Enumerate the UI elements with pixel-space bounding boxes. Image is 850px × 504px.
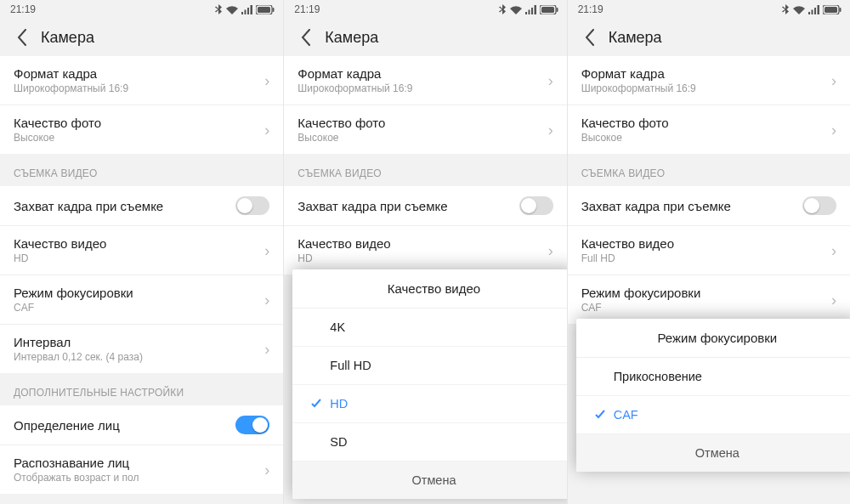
row-sublabel: Отображать возраст и пол (14, 472, 139, 484)
row-label: Интервал (14, 335, 143, 349)
sheet-video-quality: Качество видео 4K Full HD HD SD Отмена (292, 269, 566, 499)
chevron-right-icon: › (264, 122, 269, 138)
svg-rect-6 (258, 7, 270, 13)
row-frame-capture[interactable]: Захват кадра при съемке (0, 186, 283, 225)
chevron-right-icon: › (548, 243, 553, 258)
row-label: Качество фото (14, 116, 101, 130)
page-title: Камера (609, 29, 662, 47)
row-label: Качество видео (298, 236, 390, 251)
sheet-cancel[interactable]: Отмена (292, 462, 566, 499)
row-label: Качество видео (14, 236, 106, 251)
row-frame-format[interactable]: Формат кадра Широкоформатный 16:9 › (284, 56, 566, 105)
option-hd[interactable]: HD (292, 385, 566, 423)
row-frame-capture[interactable]: Захват кадра при съемке (284, 186, 566, 225)
svg-rect-11 (839, 8, 841, 12)
page-header: Камера (284, 19, 566, 56)
chevron-left-icon (301, 29, 311, 46)
row-video-quality[interactable]: Качество видео Full HD › (568, 225, 850, 275)
chevron-right-icon: › (831, 73, 836, 88)
row-face-detection[interactable]: Определение лиц (0, 405, 283, 445)
check-icon (311, 399, 323, 409)
row-photo-quality[interactable]: Качество фото Высокое › (568, 105, 850, 154)
chevron-right-icon: › (831, 292, 836, 308)
row-interval[interactable]: Интервал Интервал 0,12 сек. (4 раза) › (0, 324, 283, 373)
row-sublabel: Широкоформатный 16:9 (14, 82, 128, 94)
panel-2: 21:19 Камера Формат кадра Широкоформатны… (283, 0, 566, 504)
battery-icon (823, 5, 842, 14)
sheet-cancel[interactable]: Отмена (576, 434, 850, 472)
row-sublabel: Широкоформатный 16:9 (298, 82, 412, 94)
option-4k[interactable]: 4K (292, 309, 566, 347)
chevron-right-icon: › (264, 292, 269, 308)
section-header-video: СЪЕМКА ВИДЕО (0, 154, 283, 186)
status-time: 21:19 (578, 3, 604, 15)
option-label: CAF (614, 408, 638, 422)
back-button[interactable] (291, 22, 321, 53)
sheet-title: Режим фокусировки (576, 319, 850, 358)
option-fullhd[interactable]: Full HD (292, 347, 566, 385)
toggle-frame-capture[interactable] (519, 196, 553, 215)
row-face-recognition[interactable]: Распознавание лиц Отображать возраст и п… (0, 445, 283, 494)
option-caf[interactable]: CAF (576, 396, 850, 434)
sheet-focus-mode: Режим фокусировки Прикосновение CAF Отме… (576, 319, 850, 472)
chevron-right-icon: › (831, 122, 836, 138)
toggle-face-detection[interactable] (235, 416, 269, 434)
row-sublabel: Высокое (14, 132, 101, 144)
row-sublabel: Интервал 0,12 сек. (4 раза) (14, 351, 143, 363)
page-title: Камера (325, 29, 378, 47)
status-bar: 21:19 (284, 0, 566, 19)
wifi-icon (793, 5, 805, 14)
option-label: 4K (330, 320, 345, 334)
row-label: Захват кадра при съемке (581, 199, 731, 213)
row-focus-mode[interactable]: Режим фокусировки CAF › (568, 275, 850, 324)
row-label: Качество видео (581, 236, 674, 251)
chevron-right-icon: › (264, 243, 269, 258)
bluetooth-icon (499, 4, 507, 14)
bluetooth-icon (215, 4, 223, 14)
row-frame-format[interactable]: Формат кадра Широкоформатный 16:9 › (568, 56, 850, 105)
row-video-quality[interactable]: Качество видео HD › (284, 225, 566, 275)
section-header-video: СЪЕМКА ВИДЕО (568, 154, 850, 186)
toggle-frame-capture[interactable] (235, 196, 269, 215)
row-sublabel: Широкоформатный 16:9 (581, 82, 696, 94)
status-icons (499, 4, 558, 14)
option-sd[interactable]: SD (292, 423, 566, 462)
row-label: Качество фото (298, 116, 385, 130)
svg-rect-5 (273, 8, 275, 12)
row-frame-capture[interactable]: Захват кадра при съемке (568, 186, 850, 225)
bluetooth-icon (782, 4, 790, 14)
row-video-quality[interactable]: Качество видео HD › (0, 225, 283, 275)
row-photo-quality[interactable]: Качество фото Высокое › (284, 105, 566, 154)
toggle-frame-capture[interactable] (802, 196, 836, 215)
back-button[interactable] (7, 22, 37, 53)
row-focus-mode[interactable]: Режим фокусировки CAF › (0, 275, 283, 324)
wifi-icon (226, 5, 238, 14)
page-header: Камера (568, 19, 850, 56)
signal-icon (525, 5, 536, 14)
row-sublabel: Высокое (298, 132, 385, 144)
check-icon (595, 410, 607, 420)
status-icons (782, 4, 842, 14)
chevron-right-icon: › (264, 342, 269, 357)
svg-rect-12 (824, 7, 837, 13)
row-label: Режим фокусировки (581, 286, 701, 300)
chevron-left-icon (585, 29, 595, 46)
row-label: Распознавание лиц (14, 456, 139, 470)
row-sublabel: HD (298, 252, 390, 264)
row-label: Формат кадра (298, 66, 412, 81)
row-photo-quality[interactable]: Качество фото Высокое › (0, 105, 283, 154)
chevron-right-icon: › (831, 243, 836, 258)
row-frame-format[interactable]: Формат кадра Широкоформатный 16:9 › (0, 56, 283, 105)
chevron-left-icon (17, 29, 27, 46)
option-touch[interactable]: Прикосновение (576, 358, 850, 396)
back-button[interactable] (575, 22, 605, 53)
row-label: Захват кадра при съемке (14, 199, 163, 213)
sheet-title: Качество видео (292, 269, 566, 309)
row-sublabel: Высокое (581, 132, 669, 144)
panel-1: 21:19 Камера Формат кадра Широкоформатны… (0, 0, 283, 504)
section-header-extra: ДОПОЛНИТЕЛЬНЫЕ НАСТРОЙКИ (0, 373, 283, 405)
row-label: Определение лиц (14, 418, 120, 433)
row-sublabel: CAF (581, 302, 701, 314)
row-sublabel: HD (14, 252, 106, 264)
status-time: 21:19 (294, 3, 320, 15)
